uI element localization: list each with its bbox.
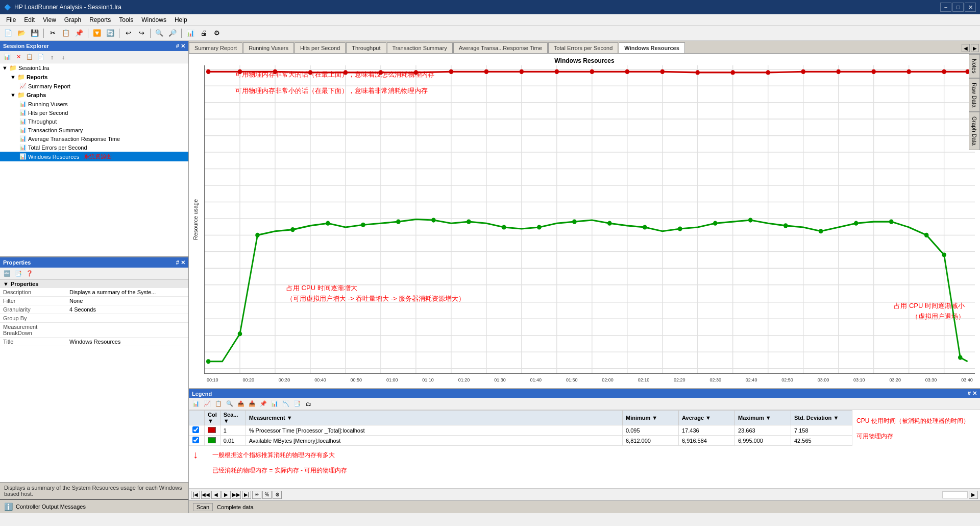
legend-scroll-area[interactable] <box>942 491 968 498</box>
legend-btn-3[interactable]: 📋 <box>213 399 224 409</box>
toolbar-export[interactable]: 📊 <box>184 28 197 39</box>
tab-running-vusers[interactable]: Running Vusers <box>243 42 294 53</box>
side-tab-graph-data[interactable]: Graph Data <box>969 112 980 150</box>
page-prev-prev[interactable]: ◀◀ <box>201 491 210 499</box>
legend-title: Legend <box>192 391 212 397</box>
tree-windows-resources[interactable]: 📊 Windows Resources 系统资源图 <box>0 152 188 161</box>
toolbar-open[interactable]: 📂 <box>15 28 28 39</box>
tree-session[interactable]: ▼ 📁 Session1.lra <box>0 63 188 73</box>
page-next-next[interactable]: ▶▶ <box>232 491 241 499</box>
legend-btn-1[interactable]: 📊 <box>191 399 201 409</box>
legend-btn-7[interactable]: 📌 <box>258 399 268 409</box>
pin-button[interactable]: # ✕ <box>176 43 185 50</box>
legend-col-scale[interactable]: Sca... ▼ <box>220 411 246 425</box>
tab-windows-resources[interactable]: Windows Resources <box>619 42 684 54</box>
exp-add[interactable]: 📊 <box>2 53 12 62</box>
menu-reports[interactable]: Reports <box>85 15 115 25</box>
svg-point-80 <box>255 233 260 237</box>
exp-up[interactable]: ↑ <box>47 53 57 62</box>
page-percent[interactable]: % <box>262 491 272 499</box>
maximize-button[interactable]: □ <box>952 3 964 12</box>
prop-value: Displays a summary of the Syste... <box>66 288 188 297</box>
tab-total-errors[interactable]: Total Errors per Second <box>548 42 619 53</box>
legend-col-average[interactable]: Average ▼ <box>679 411 735 425</box>
menu-graph[interactable]: Graph <box>60 15 85 25</box>
toolbar-settings[interactable]: ⚙ <box>211 28 223 39</box>
tree-hits-per-second[interactable]: 📊 Hits per Second <box>0 108 188 117</box>
toolbar-save[interactable]: 💾 <box>29 28 41 39</box>
legend-col-measurement[interactable]: Measurement ▼ <box>246 411 622 425</box>
legend-btn-8[interactable]: 📊 <box>270 399 280 409</box>
page-prev[interactable]: ◀ <box>211 491 220 499</box>
svg-point-55 <box>206 69 211 74</box>
exp-properties[interactable]: 📄 <box>36 53 46 62</box>
props-alphabetic[interactable]: 🔤 <box>2 269 12 278</box>
toolbar-print[interactable]: 🖨 <box>198 28 210 39</box>
exp-copy[interactable]: 📋 <box>24 53 35 62</box>
toolbar-zoom-out[interactable]: 🔎 <box>166 28 179 39</box>
legend-col-stddev[interactable]: Std. Deviation ▼ <box>791 411 852 425</box>
tab-summary-report[interactable]: Summary Report <box>189 42 242 53</box>
toolbar-zoom-in[interactable]: 🔍 <box>153 28 165 39</box>
legend-btn-4[interactable]: 🔍 <box>225 399 235 409</box>
legend-btn-10[interactable]: 📑 <box>292 399 302 409</box>
tabs-next[interactable]: ▶ <box>971 44 979 52</box>
svg-point-101 <box>958 355 963 360</box>
tree-throughput[interactable]: 📊 Throughput <box>0 117 188 126</box>
page-filter[interactable]: ⚙ <box>273 491 282 499</box>
tree-transaction-summary[interactable]: 📊 Transaction Summary <box>0 126 188 134</box>
page-last[interactable]: ▶| <box>242 491 251 499</box>
tree-avg-response-time[interactable]: 📊 Average Transaction Response Time <box>0 134 188 143</box>
toolbar-new[interactable]: 📄 <box>2 28 14 39</box>
tab-avg-response[interactable]: Average Transa...Response Time <box>453 42 548 53</box>
toolbar-paste[interactable]: 📌 <box>73 28 85 39</box>
toolbar-copy[interactable]: 📋 <box>60 28 72 39</box>
legend-col-minimum[interactable]: Minimum ▼ <box>623 411 679 425</box>
menu-windows[interactable]: Windows <box>137 15 170 25</box>
menu-edit[interactable]: Edit <box>20 15 39 25</box>
legend-btn-9[interactable]: 📉 <box>281 399 291 409</box>
legend-col-checkbox[interactable] <box>189 411 205 425</box>
legend-col-maximum[interactable]: Maximum ▼ <box>735 411 791 425</box>
tree-summary-report[interactable]: 📈 Summary Report <box>0 82 188 90</box>
props-help[interactable]: ❓ <box>24 269 35 278</box>
legend-btn-2[interactable]: 📈 <box>202 399 212 409</box>
legend-checkbox[interactable] <box>189 436 205 446</box>
props-group-header[interactable]: ▼ Properties <box>0 280 188 288</box>
toolbar-cut[interactable]: ✂ <box>46 28 59 39</box>
toolbar-refresh[interactable]: 🔄 <box>104 28 116 39</box>
tab-transaction-summary[interactable]: Transaction Summary <box>387 42 453 53</box>
exp-down[interactable]: ↓ <box>58 53 68 62</box>
side-tab-notes[interactable]: Notes <box>969 54 980 78</box>
page-next[interactable]: ▶ <box>222 491 231 499</box>
exp-remove[interactable]: ✕ <box>13 53 23 62</box>
props-pin-button[interactable]: # ✕ <box>176 259 185 266</box>
tree-reports[interactable]: ▼ 📁 Reports <box>0 73 188 82</box>
props-grouped[interactable]: 📑 <box>13 269 23 278</box>
menu-view[interactable]: View <box>39 15 60 25</box>
tab-hits-per-second[interactable]: Hits per Second <box>295 42 346 53</box>
legend-btn-6[interactable]: 📥 <box>247 399 257 409</box>
close-button[interactable]: ✕ <box>965 3 976 12</box>
toolbar-undo[interactable]: ↩ <box>122 28 134 39</box>
legend-col-color[interactable]: Col ▼ <box>205 411 220 425</box>
legend-btn-11[interactable]: 🗂 <box>303 399 313 409</box>
toolbar-filter[interactable]: 🔽 <box>91 28 103 39</box>
page-asterisk[interactable]: ✳ <box>252 491 261 499</box>
legend-checkbox[interactable] <box>189 425 205 436</box>
minimize-button[interactable]: − <box>940 3 951 12</box>
menu-file[interactable]: File <box>2 15 20 25</box>
legend-btn-5[interactable]: 📤 <box>236 399 246 409</box>
tabs-prev[interactable]: ◀ <box>962 44 970 52</box>
toolbar-redo[interactable]: ↪ <box>135 28 148 39</box>
side-tab-raw-data[interactable]: Raw Data <box>969 78 980 112</box>
tree-total-errors[interactable]: 📊 Total Errors per Second <box>0 143 188 152</box>
menu-tools[interactable]: Tools <box>115 15 137 25</box>
page-first[interactable]: |◀ <box>191 491 200 499</box>
tab-throughput[interactable]: Throughput <box>346 42 386 53</box>
legend-pin[interactable]: # ✕ <box>968 390 977 397</box>
tree-graphs[interactable]: ▼ 📁 Graphs <box>0 90 188 100</box>
menu-help[interactable]: Help <box>170 15 191 25</box>
tree-running-vusers[interactable]: 📊 Running Vusers <box>0 100 188 108</box>
page-right[interactable]: ▶ <box>969 491 978 499</box>
